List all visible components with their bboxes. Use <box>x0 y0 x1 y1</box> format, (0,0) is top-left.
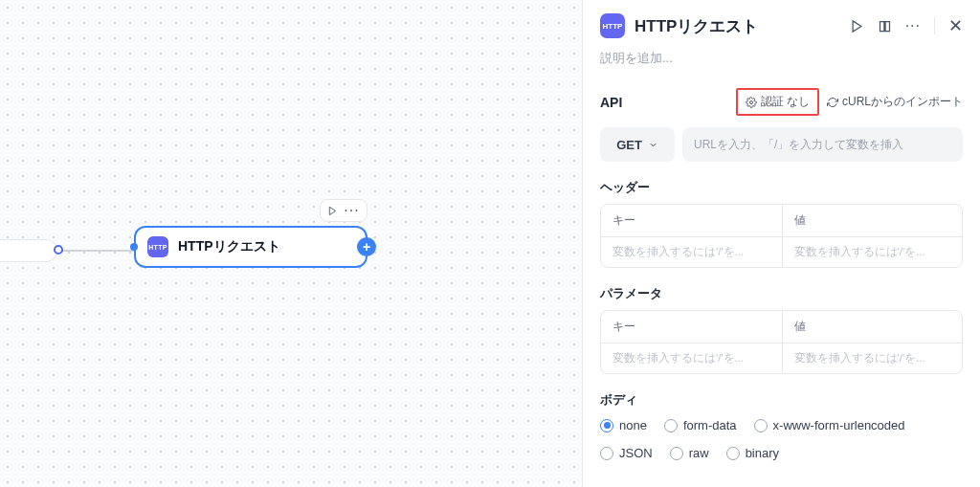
radio-label: none <box>619 418 647 432</box>
gear-icon <box>746 97 757 108</box>
header-key-input[interactable]: 変数を挿入するには'/'を... <box>601 237 782 267</box>
headers-label: ヘッダー <box>600 179 963 196</box>
upstream-node-stub <box>0 239 57 262</box>
more-icon[interactable]: ··· <box>905 17 921 34</box>
body-option-json[interactable]: JSON <box>600 446 653 460</box>
panel-title: HTTPリクエスト <box>635 15 840 37</box>
node-title: HTTPリクエスト <box>178 238 280 255</box>
table-header-row: キー 値 <box>601 311 962 343</box>
headers-table: キー 値 変数を挿入するには'/'を... 変数を挿入するには'/'を... <box>600 204 963 268</box>
radio-icon <box>726 447 740 460</box>
node-input-port[interactable] <box>130 243 138 251</box>
radio-icon <box>670 447 683 460</box>
params-section: パラメータ キー 値 変数を挿入するには'/'を... 変数を挿入するには'/'… <box>600 285 963 374</box>
body-option-raw[interactable]: raw <box>670 446 709 460</box>
params-table: キー 値 変数を挿入するには'/'を... 変数を挿入するには'/'を... <box>600 310 963 374</box>
node-toolbar: ··· <box>320 199 368 222</box>
auth-none-button[interactable]: 認証 なし <box>736 88 819 116</box>
radio-icon <box>600 419 613 432</box>
radio-label: raw <box>689 446 709 460</box>
radio-icon <box>664 419 678 432</box>
header-value-input[interactable]: 変数を挿入するには'/'を... <box>782 237 963 267</box>
param-value-input[interactable]: 変数を挿入するには'/'を... <box>782 343 963 373</box>
book-icon[interactable] <box>878 19 892 33</box>
close-icon[interactable]: ✕ <box>948 15 963 36</box>
panel-header-actions: ··· ✕ <box>850 15 963 36</box>
param-value-column: 値 <box>782 311 963 343</box>
radio-label: form-data <box>683 418 737 432</box>
node-more-icon[interactable]: ··· <box>344 202 359 219</box>
http-method-select[interactable]: GET <box>600 127 675 162</box>
svg-marker-0 <box>330 207 336 214</box>
table-row[interactable]: 変数を挿入するには'/'を... 変数を挿入するには'/'を... <box>601 237 962 267</box>
curl-import-text: cURLからのインポート <box>842 94 963 110</box>
param-key-column: キー <box>601 311 782 343</box>
auth-label-text: 認証 なし <box>761 94 810 110</box>
body-option-x-www-form-urlencoded[interactable]: x-www-form-urlencoded <box>754 418 905 432</box>
radio-label: JSON <box>619 446 653 460</box>
table-row[interactable]: 変数を挿入するには'/'を... 変数を挿入するには'/'を... <box>601 343 962 373</box>
http-request-node[interactable]: HTTP HTTPリクエスト + <box>134 226 368 268</box>
svg-point-2 <box>749 100 752 103</box>
refresh-icon <box>827 97 838 108</box>
radio-icon <box>754 419 768 432</box>
radio-label: x-www-form-urlencoded <box>773 418 905 432</box>
api-section-header: API 認証 なし cURLからのインポート <box>600 88 963 116</box>
params-label: パラメータ <box>600 285 963 302</box>
body-label: ボディ <box>600 391 963 409</box>
workflow-canvas[interactable]: ··· HTTP HTTPリクエスト + <box>0 0 582 487</box>
request-line: GET URLを入力、「/」を入力して変数を挿入 <box>600 127 963 162</box>
add-node-button[interactable]: + <box>357 237 376 256</box>
chevron-down-icon <box>648 140 658 150</box>
body-option-form-data[interactable]: form-data <box>664 418 737 432</box>
url-input[interactable]: URLを入力、「/」を入力して変数を挿入 <box>682 127 963 162</box>
body-option-binary[interactable]: binary <box>726 446 779 460</box>
body-option-none[interactable]: none <box>600 418 647 432</box>
radio-icon <box>600 447 613 460</box>
param-key-input[interactable]: 変数を挿入するには'/'を... <box>601 343 782 373</box>
table-header-row: キー 値 <box>601 205 962 237</box>
edge-line <box>57 250 134 252</box>
run-icon[interactable] <box>850 19 864 33</box>
svg-marker-1 <box>853 20 861 31</box>
separator <box>934 17 935 34</box>
edge-output-port[interactable] <box>54 245 63 255</box>
http-badge-icon: HTTP <box>600 13 625 38</box>
header-key-column: キー <box>601 205 782 236</box>
headers-section: ヘッダー キー 値 変数を挿入するには'/'を... 変数を挿入するには'/'を… <box>600 179 963 268</box>
body-section: ボディ none form-data x-www-form-urlencoded… <box>600 391 963 460</box>
description-input[interactable]: 説明を追加... <box>600 50 963 67</box>
http-badge-icon: HTTP <box>147 236 168 257</box>
header-value-column: 値 <box>782 205 963 236</box>
radio-label: binary <box>746 446 779 460</box>
run-icon[interactable] <box>327 206 338 216</box>
curl-import-button[interactable]: cURLからのインポート <box>827 94 963 110</box>
body-type-radio-group: none form-data x-www-form-urlencoded JSO… <box>600 418 963 460</box>
node-details-panel: HTTP HTTPリクエスト ··· ✕ 説明を追加... API 認証 なし … <box>582 0 980 487</box>
panel-header: HTTP HTTPリクエスト ··· ✕ <box>600 13 963 38</box>
api-label: API <box>600 95 728 110</box>
http-method-value: GET <box>616 138 642 152</box>
